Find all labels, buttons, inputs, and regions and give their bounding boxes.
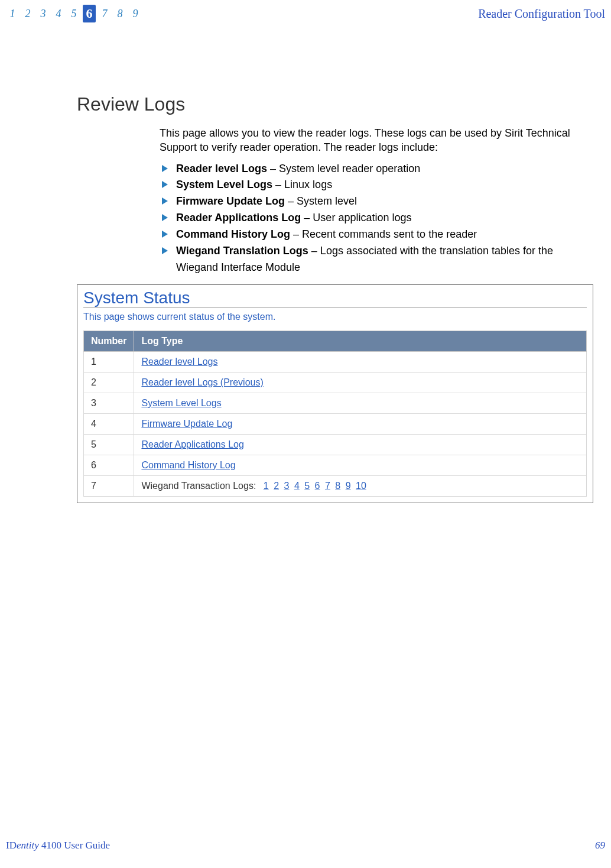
col-logtype: Log Type	[134, 331, 587, 351]
table-row: 5Reader Applications Log	[84, 434, 587, 455]
cell-number: 3	[84, 393, 134, 413]
logs-tbody: 1Reader level Logs2Reader level Logs (Pr…	[84, 351, 587, 496]
bullet-item: Reader Applications Log – User applicati…	[160, 210, 593, 226]
bullet-rest: – User application logs	[301, 212, 411, 224]
log-link[interactable]: System Level Logs	[141, 398, 221, 408]
bullet-bold: Reader Applications Log	[176, 212, 301, 224]
header-title: Reader Configuration Tool	[478, 7, 605, 21]
chapter-nav: 123456789	[6, 5, 142, 22]
footer-left: IDentity 4100 User Guide	[6, 840, 110, 851]
cell-logtype: System Level Logs	[134, 393, 587, 413]
logs-table: Number Log Type 1Reader level Logs2Reade…	[83, 331, 587, 497]
chapter-nav-item-6[interactable]: 6	[83, 5, 96, 22]
bullet-rest: – Recent commands sent to the reader	[290, 228, 477, 240]
wiegand-link-2[interactable]: 2	[274, 481, 279, 491]
section-intro: This page allows you to view the reader …	[160, 126, 593, 155]
table-row: 4Firmware Update Log	[84, 413, 587, 434]
cell-logtype: Reader level Logs (Previous)	[134, 372, 587, 393]
wiegand-link-5[interactable]: 5	[304, 481, 310, 491]
wiegand-links: 1 2 3 4 5 6 7 8 9 10	[262, 481, 368, 491]
screenshot-desc: This page shows current status of the sy…	[83, 312, 587, 322]
bullet-rest: – Linux logs	[272, 179, 332, 190]
wiegand-link-9[interactable]: 9	[346, 481, 351, 491]
table-row: 3System Level Logs	[84, 393, 587, 413]
wiegand-link-3[interactable]: 3	[284, 481, 290, 491]
cell-number: 2	[84, 372, 134, 393]
wiegand-link-4[interactable]: 4	[294, 481, 300, 491]
bullet-item: Reader level Logs – System level reader …	[160, 161, 593, 177]
bullet-item: Wiegand Translation Logs – Logs associat…	[160, 243, 593, 276]
table-row: 6Command History Log	[84, 455, 587, 475]
chapter-nav-item-9[interactable]: 9	[129, 8, 142, 20]
log-link[interactable]: Command History Log	[141, 460, 235, 470]
chapter-nav-item-2[interactable]: 2	[21, 8, 34, 20]
main-content: Review Logs This page allows you to view…	[6, 22, 605, 503]
cell-logtype: Command History Log	[134, 455, 587, 475]
section-title: Review Logs	[77, 93, 593, 115]
bullet-bold: System Level Logs	[176, 179, 272, 190]
cell-logtype: Reader level Logs	[134, 351, 587, 372]
cell-logtype: Firmware Update Log	[134, 413, 587, 434]
table-row: 2Reader level Logs (Previous)	[84, 372, 587, 393]
table-row: 7Wiegand Transaction Logs: 1 2 3 4 5 6 7…	[84, 475, 587, 496]
table-row: 1Reader level Logs	[84, 351, 587, 372]
bullet-bold: Wiegand Translation Logs	[176, 245, 308, 257]
footer-page: 69	[595, 840, 605, 851]
cell-number: 5	[84, 434, 134, 455]
chapter-nav-item-3[interactable]: 3	[37, 8, 50, 20]
wiegand-link-10[interactable]: 10	[356, 481, 366, 491]
cell-logtype: Wiegand Transaction Logs: 1 2 3 4 5 6 7 …	[134, 475, 587, 496]
bullet-rest: – System level	[285, 195, 357, 207]
footer: IDentity 4100 User Guide 69	[6, 840, 605, 851]
wiegand-link-1[interactable]: 1	[264, 481, 269, 491]
wiegand-link-7[interactable]: 7	[325, 481, 330, 491]
wiegand-link-6[interactable]: 6	[315, 481, 320, 491]
screenshot-title: System Status	[83, 289, 587, 308]
bullet-bold: Reader level Logs	[176, 163, 267, 174]
bullet-item: System Level Logs – Linux logs	[160, 177, 593, 193]
log-link[interactable]: Reader level Logs (Previous)	[141, 377, 263, 387]
footer-left-prefix: ID	[6, 840, 17, 851]
bullet-item: Firmware Update Log – System level	[160, 193, 593, 210]
footer-left-suffix: 4100 User Guide	[39, 840, 110, 851]
log-link[interactable]: Reader Applications Log	[141, 439, 243, 449]
cell-logtype: Reader Applications Log	[134, 434, 587, 455]
wiegand-link-8[interactable]: 8	[335, 481, 340, 491]
bullet-item: Command History Log – Recent commands se…	[160, 226, 593, 243]
bullet-bold: Command History Log	[176, 228, 290, 240]
cell-number: 1	[84, 351, 134, 372]
bullet-bold: Firmware Update Log	[176, 195, 285, 207]
chapter-nav-item-4[interactable]: 4	[52, 8, 65, 20]
wiegand-label: Wiegand Transaction Logs:	[141, 481, 258, 491]
top-bar: 123456789 Reader Configuration Tool	[6, 5, 605, 22]
chapter-nav-item-5[interactable]: 5	[67, 8, 80, 20]
chapter-nav-item-8[interactable]: 8	[113, 8, 126, 20]
bullet-list: Reader level Logs – System level reader …	[160, 161, 593, 276]
log-link[interactable]: Reader level Logs	[141, 357, 217, 367]
bullet-rest: – System level reader operation	[267, 163, 420, 174]
log-link[interactable]: Firmware Update Log	[141, 419, 232, 429]
cell-number: 4	[84, 413, 134, 434]
screenshot-box: System Status This page shows current st…	[77, 284, 593, 503]
cell-number: 6	[84, 455, 134, 475]
col-number: Number	[84, 331, 134, 351]
chapter-nav-item-7[interactable]: 7	[98, 8, 111, 20]
cell-number: 7	[84, 475, 134, 496]
footer-left-italic: entity	[17, 840, 39, 851]
chapter-nav-item-1[interactable]: 1	[6, 8, 19, 20]
